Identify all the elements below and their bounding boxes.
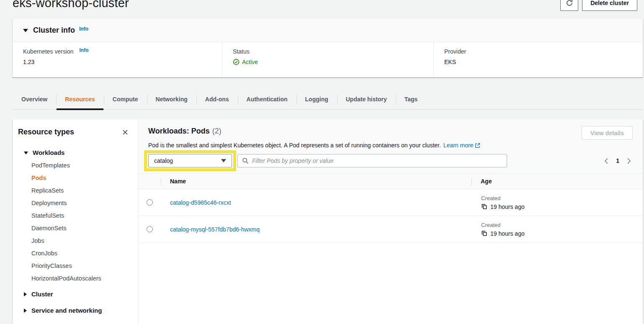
kubernetes-version-info-link[interactable]: Info xyxy=(80,47,89,53)
current-page-number[interactable]: 1 xyxy=(616,157,619,164)
refresh-button[interactable] xyxy=(560,0,578,11)
pods-count: (2) xyxy=(212,127,222,135)
pod-name-link[interactable]: catalog-d5985c46-rxcxt xyxy=(170,199,231,206)
copy-icon[interactable] xyxy=(481,203,487,210)
table-row: catalog-mysql-557fdb7bd6-hwxmq Created 1… xyxy=(138,216,643,243)
learn-more-link[interactable]: Learn more xyxy=(443,142,474,149)
next-page-button[interactable] xyxy=(626,157,632,165)
cluster-info-title: Cluster info xyxy=(33,26,75,35)
provider-field: Provider EKS xyxy=(433,42,643,77)
table-row: catalog-d5985c46-rxcxt Created 19 hours … xyxy=(138,189,643,216)
tree-item-priorityclasses[interactable]: PriorityClasses xyxy=(13,260,138,272)
cluster-info-body: Kubernetes version Info 1.23 Status Acti… xyxy=(13,42,643,77)
namespace-filter-select[interactable]: catalog xyxy=(148,154,232,167)
cluster-info-header[interactable]: Cluster info Info xyxy=(13,19,643,42)
header-actions: Delete cluster xyxy=(560,0,637,11)
provider-value: EKS xyxy=(444,59,643,65)
tab-overview[interactable]: Overview xyxy=(13,90,56,109)
tab-authentication[interactable]: Authentication xyxy=(238,90,296,109)
status-field: Status Active xyxy=(222,42,433,77)
row-radio-button[interactable] xyxy=(147,199,153,206)
tree-section-cluster[interactable]: Cluster xyxy=(13,289,138,300)
collapse-caret-icon xyxy=(23,29,28,32)
tree-item-deployments[interactable]: Deployments xyxy=(13,197,138,209)
age-value: 19 hours ago xyxy=(490,230,525,237)
expanded-caret-icon xyxy=(24,152,28,154)
eks-console-page: eks-workshop-cluster Delete cluster Clus… xyxy=(0,0,644,324)
external-link-icon xyxy=(475,143,480,149)
row-radio-button[interactable] xyxy=(147,226,153,232)
kubernetes-version-value: 1.23 xyxy=(23,59,222,65)
page-title: eks-workshop-cluster xyxy=(13,0,129,10)
tutorial-highlight-box: catalog xyxy=(144,150,236,171)
cluster-info-info-link[interactable]: Info xyxy=(79,26,88,32)
tab-networking[interactable]: Networking xyxy=(147,90,196,109)
close-icon[interactable] xyxy=(122,129,129,136)
kubernetes-version-field: Kubernetes version Info 1.23 xyxy=(13,42,222,77)
namespace-filter-value: catalog xyxy=(154,157,173,164)
pagination: 1 xyxy=(603,157,633,165)
pod-name-link[interactable]: catalog-mysql-557fdb7bd6-hwxmq xyxy=(170,226,260,233)
resource-types-panel: Resource types Workloads PodTemplates Po… xyxy=(13,119,138,324)
tab-update-history[interactable]: Update history xyxy=(337,90,396,109)
tab-logging[interactable]: Logging xyxy=(296,90,337,109)
resources-card: Resource types Workloads PodTemplates Po… xyxy=(13,119,643,324)
age-created-label: Created xyxy=(481,222,643,228)
resource-types-tree: Workloads PodTemplates Pods ReplicaSets … xyxy=(13,147,138,316)
copy-icon[interactable] xyxy=(481,230,487,237)
age-value: 19 hours ago xyxy=(490,203,525,210)
pods-table-header: Name Age xyxy=(138,173,643,189)
chevron-down-icon xyxy=(221,159,226,162)
refresh-icon xyxy=(566,0,573,7)
pods-filter-input[interactable] xyxy=(252,157,502,164)
pods-header: Workloads: Pods(2) View details Pod is t… xyxy=(138,119,643,173)
tree-item-pods[interactable]: Pods xyxy=(13,172,138,184)
column-header-name[interactable]: Name xyxy=(170,178,186,185)
pods-panel: Workloads: Pods(2) View details Pod is t… xyxy=(138,119,643,324)
tree-item-replicasets[interactable]: ReplicaSets xyxy=(13,184,138,197)
check-circle-icon xyxy=(233,59,240,65)
tree-item-horizontalpodautoscalers[interactable]: HorizontalPodAutoscalers xyxy=(13,272,138,285)
tree-item-daemonsets[interactable]: DaemonSets xyxy=(13,222,138,234)
tab-compute[interactable]: Compute xyxy=(104,90,147,109)
pods-title: Workloads: Pods xyxy=(148,127,210,135)
previous-page-button[interactable] xyxy=(603,157,609,165)
cluster-tabs: Overview Resources Compute Networking Ad… xyxy=(13,90,643,110)
tree-section-workloads[interactable]: Workloads xyxy=(13,147,138,158)
tab-resources[interactable]: Resources xyxy=(56,90,104,109)
delete-cluster-button[interactable]: Delete cluster xyxy=(582,0,637,11)
search-icon xyxy=(242,157,249,164)
provider-label: Provider xyxy=(444,48,643,55)
tab-tags[interactable]: Tags xyxy=(396,90,427,109)
column-header-age[interactable]: Age xyxy=(481,178,492,185)
pods-search-box xyxy=(237,154,507,167)
cluster-info-card: Cluster info Info Kubernetes version Inf… xyxy=(13,19,643,77)
resource-types-title: Resource types xyxy=(18,128,74,136)
status-value: Active xyxy=(242,59,258,65)
tree-item-podtemplates[interactable]: PodTemplates xyxy=(13,159,138,172)
tree-section-service-and-networking[interactable]: Service and networking xyxy=(13,305,138,316)
tree-item-cronjobs[interactable]: CronJobs xyxy=(13,247,138,260)
status-label: Status xyxy=(233,48,433,55)
age-created-label: Created xyxy=(481,195,643,201)
pods-description: Pod is the smallest and simplest Kuberne… xyxy=(148,142,633,149)
kubernetes-version-label: Kubernetes version Info xyxy=(23,48,222,55)
collapsed-caret-icon xyxy=(24,309,27,313)
tab-add-ons[interactable]: Add-ons xyxy=(196,90,238,109)
tree-item-statefulsets[interactable]: StatefulSets xyxy=(13,209,138,222)
view-details-button[interactable]: View details xyxy=(582,126,633,140)
tree-item-jobs[interactable]: Jobs xyxy=(13,234,138,247)
collapsed-caret-icon xyxy=(24,292,27,296)
